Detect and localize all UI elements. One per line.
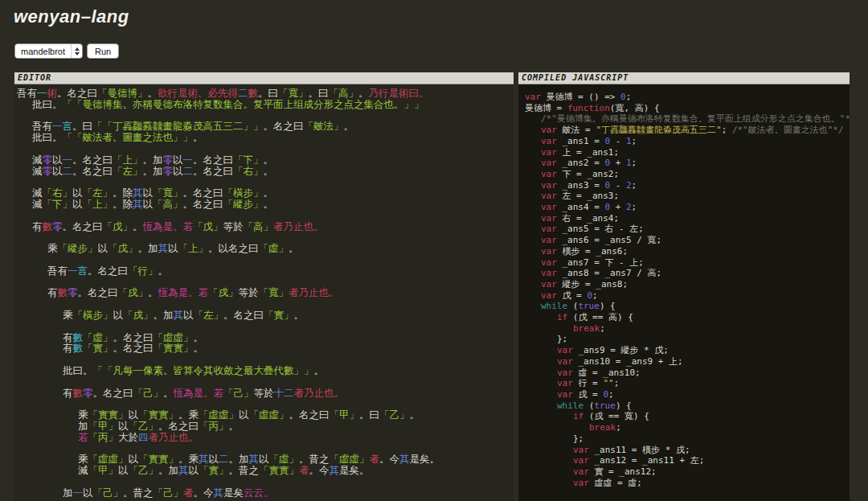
code-line: 有數零。名之曰「己」。恆為是。若「己」等於十二者乃止也。 — [17, 388, 514, 399]
toolbar: mandelbrot Run — [14, 43, 119, 59]
code-line: while (true) { — [525, 301, 850, 312]
compiled-js-panel-header: COMPILED JAVASCRIPT — [518, 72, 850, 84]
code-line — [17, 376, 514, 388]
code-line — [17, 143, 514, 154]
code-line — [17, 443, 514, 454]
code-line: 減零以一。名之曰「上」。加零以一。名之曰「下」。 — [17, 154, 514, 166]
code-line — [17, 176, 514, 187]
code-line: var _ans3 = 0 - 2; — [525, 180, 850, 191]
code-line: break; — [525, 323, 850, 335]
editor-panel: EDITOR 吾有一術。名之曰「曼德博」。欲行是術。必先得二數。曰「寬」。曰「高… — [14, 72, 514, 501]
code-line: var 虛虛 = 虛; — [525, 478, 850, 489]
editor-panel-header: EDITOR — [14, 72, 514, 84]
code-line: var 實 = _ans12; — [525, 466, 850, 478]
code-line: var 戌 = 0; — [525, 389, 850, 400]
code-line: var 皴法 = "丁靐龘䨺䲜畫龍淼茂高五三二"; /*"皴法者。圖畫之法也"*… — [525, 125, 850, 136]
code-line: var _ans8 = _ans7 / 高; — [525, 268, 850, 279]
code-line: var _ans12 = _ans11 + 左; — [525, 455, 850, 466]
code-line: 乘「橫步」以「戌」。加其以「左」。名之曰「實」。 — [17, 310, 514, 321]
code-line: var 戊 = 0; — [525, 290, 850, 302]
code-line: var 縱步 = _ans8; — [525, 279, 850, 290]
code-line: var 右 = _ans4; — [525, 213, 850, 224]
code-line: 有數「實」。名之曰「實實」。 — [17, 343, 514, 354]
app-logo: wenyan–lang — [14, 6, 129, 27]
code-line: 批曰。「「皴法者。圖畫之法也」」。 — [17, 132, 514, 143]
code-line: 吾有一言。名之曰「行」。 — [17, 265, 514, 277]
code-line — [17, 232, 514, 243]
code-line: var 上 = _ans1; — [525, 147, 850, 158]
code-line: 吾有一術。名之曰「曼德博」。欲行是術。必先得二數。曰「寬」。曰「高」。乃行是術曰… — [17, 88, 514, 99]
code-line — [17, 354, 514, 365]
code-line: var 橫步 = _ans6; — [525, 246, 850, 257]
code-line: var 曼德博 = () => 0; — [525, 92, 850, 103]
code-line: if (戊 == 高) { — [525, 312, 850, 323]
code-line: 加一以「己」。昔之「己」者。今其是矣云云。 — [17, 487, 514, 499]
compiled-js-code-area: var 曼德博 = () => 0;曼德博 = function(寬, 高) {… — [518, 84, 850, 501]
code-line: var 行 = ""; — [525, 378, 850, 389]
code-line — [17, 254, 514, 265]
code-line: var _ans1 = 0 - 1; — [525, 136, 850, 147]
code-line: 有數零。名之曰「戊」。恆為是。若「戊」等於「高」者乃止也。 — [17, 221, 514, 232]
code-line: 加「甲」以「乙」。名之曰「丙」。 — [17, 421, 514, 432]
code-line: 吾有一言。曰「「丁靐龘䨺䲜畫龍淼茂高五三二」」。名之曰「皴法」。 — [17, 121, 514, 132]
code-line — [17, 321, 514, 332]
code-line — [17, 298, 514, 310]
code-line: var _ans10 = _ans9 + 上; — [525, 356, 850, 368]
code-line: break; — [525, 422, 850, 433]
code-line: 乘「虛虛」以「實實」。乘其以二。加其以「虛」。昔之「虛虛」者。今其是矣。 — [17, 454, 514, 465]
code-line: 有數零。名之曰「戌」。恆為是。若「戌」等於「寬」者乃止也。 — [17, 287, 514, 298]
code-line: var _ans4 = 0 + 2; — [525, 202, 850, 213]
code-line: var _ans5 = 右 - 左; — [525, 224, 850, 235]
code-line: var _ans11 = 橫步 * 戌; — [525, 445, 850, 456]
code-line — [17, 277, 514, 288]
code-line: 有數「虛」。名之曰「虛虛」。 — [17, 332, 514, 343]
code-line: var 虛 = _ans10; — [525, 368, 850, 379]
code-line: }; — [525, 334, 850, 345]
code-line — [17, 110, 514, 121]
code-line: 減「下」以「上」。除其以「高」。名之曰「縱步」。 — [17, 199, 514, 210]
code-line: 乘「實實」以「實實」。乘「虛虛」以「虛虛」。名之曰「甲」。曰「乙」。 — [17, 409, 514, 421]
example-select[interactable]: mandelbrot — [14, 43, 83, 59]
code-line: while (true) { — [525, 400, 850, 412]
code-line — [17, 398, 514, 409]
code-line: 若「丙」大於四者乃止也。 — [17, 432, 514, 443]
code-line: }; — [525, 433, 850, 445]
code-line: 減零以二。名之曰「左」。加零以二。名之曰「右」。 — [17, 166, 514, 177]
code-line: 曼德博 = function(寬, 高) { — [525, 103, 850, 114]
code-line: var _ans9 = 縱步 * 戊; — [525, 345, 850, 356]
code-line: var _ans6 = _ans5 / 寬; — [525, 235, 850, 246]
example-select-value: mandelbrot — [21, 47, 71, 56]
code-line: var 左 = _ans3; — [525, 191, 850, 202]
code-line: 批曰。「「凡每一像素。皆算令其收斂之最大疊代數」」。 — [17, 365, 514, 376]
compiled-js-panel: COMPILED JAVASCRIPT var 曼德博 = () => 0;曼德… — [518, 72, 850, 501]
code-line: 批曰。「「曼德博集。亦稱曼德布洛特复数集合。复平面上组成分形之点之集合也。」」 — [17, 99, 514, 110]
run-button[interactable]: Run — [87, 43, 119, 59]
code-line — [17, 210, 514, 221]
code-line: var 下 = _ans2; — [525, 169, 850, 180]
code-line: 減「甲」以「乙」。加其以「實」。昔之「實實」者。今其是矣。 — [17, 465, 514, 476]
code-line — [17, 476, 514, 487]
code-line: var _ans7 = 下 - 上; — [525, 257, 850, 269]
editor-code-area[interactable]: 吾有一術。名之曰「曼德博」。欲行是術。必先得二數。曰「寬」。曰「高」。乃行是術曰… — [14, 84, 514, 501]
code-line: if (戌 == 寬) { — [525, 411, 850, 422]
code-line: 減「右」以「左」。除其以「寬」。名之曰「橫步」。 — [17, 187, 514, 199]
code-line: 乘「縱步」以「戊」。加其以「上」。以名之曰「虛」。 — [17, 243, 514, 254]
code-line: var _ans2 = 0 + 1; — [525, 158, 850, 169]
code-line: /*"曼德博集。亦稱曼德布洛特复数集合。复平面上组成分形之点之集合也。"*/ — [525, 113, 850, 125]
select-stepper-icon — [71, 44, 80, 58]
